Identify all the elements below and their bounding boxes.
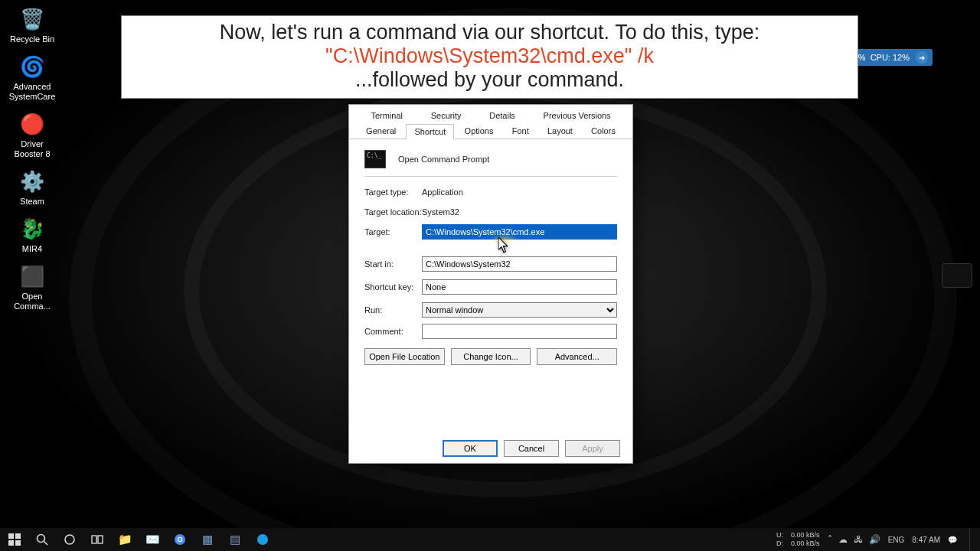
svg-point-11	[178, 538, 181, 541]
cortana-button[interactable]	[57, 528, 83, 551]
mail-button[interactable]: ✉️	[139, 528, 165, 551]
volume-icon[interactable]: 🔊	[869, 534, 880, 545]
cmd-icon: ⬛	[19, 263, 45, 289]
tab-shortcut[interactable]: Shortcut	[406, 124, 454, 139]
tab-general[interactable]: General	[358, 123, 404, 139]
desktop-icon-recycle-bin[interactable]: 🗑️ Recycle Bin	[5, 3, 60, 46]
network-icon[interactable]: 🖧	[854, 534, 863, 545]
cpu-widget-prefix: %	[858, 53, 866, 62]
desktop-icon-steam[interactable]: ⚙️ Steam	[5, 165, 60, 208]
comment-label: Comment:	[364, 327, 422, 336]
onedrive-icon[interactable]: ☁	[838, 534, 848, 545]
desktop-icon-label: Driver Booster 8	[6, 139, 58, 159]
tab-bar: Terminal Security Details Previous Versi…	[349, 105, 632, 139]
ok-button[interactable]: OK	[443, 440, 498, 457]
cpu-widget-label: CPU: 12%	[871, 53, 910, 62]
svg-rect-0	[8, 533, 14, 539]
battery-widget	[942, 263, 972, 288]
desktop-icon-label: MIR4	[6, 244, 58, 254]
file-explorer-button[interactable]: 📁	[112, 528, 138, 551]
tab-details[interactable]: Details	[481, 108, 524, 123]
svg-rect-2	[8, 540, 14, 546]
show-desktop-button[interactable]	[969, 528, 974, 551]
shortcut-properties-dialog: Terminal Security Details Previous Versi…	[348, 104, 633, 464]
task-view-button[interactable]	[84, 528, 110, 551]
overlay-line1: Now, let's run a command via our shortcu…	[131, 21, 848, 44]
target-type-label: Target type:	[364, 187, 422, 197]
svg-point-4	[38, 535, 45, 543]
target-type-value: Application	[422, 187, 617, 197]
recycle-bin-icon: 🗑️	[19, 6, 45, 32]
instruction-overlay: Now, let's run a command via our shortcu…	[121, 15, 858, 99]
target-location-value: System32	[422, 207, 617, 217]
cancel-button[interactable]: Cancel	[504, 440, 559, 457]
dialog-footer: OK Cancel Apply	[349, 440, 632, 457]
desktop-icon-open-command[interactable]: ⬛ Open Comma...	[5, 260, 60, 313]
desktop-icon-advanced-systemcare[interactable]: 🌀 Advanced SystemCare	[5, 51, 60, 103]
run-label: Run:	[364, 305, 422, 315]
tab-security[interactable]: Security	[423, 108, 470, 123]
desktop-icon-label: Open Comma...	[6, 292, 58, 311]
tab-terminal[interactable]: Terminal	[362, 108, 411, 123]
startin-label: Start in:	[364, 259, 422, 269]
svg-line-5	[44, 542, 48, 546]
app-button-2[interactable]: ▤	[222, 528, 248, 551]
network-rate: U: D:	[776, 531, 783, 548]
cpu-widget[interactable]: % CPU: 12% ➜	[851, 49, 933, 66]
taskbar: 📁 ✉️ ▦ ▤ U: D: 0.00 kB/s 0.00 kB/s ˄ ☁ 🖧…	[0, 528, 980, 551]
arrow-right-icon: ➜	[916, 51, 928, 64]
start-button[interactable]	[2, 528, 28, 551]
change-icon-button[interactable]: Change Icon...	[451, 348, 531, 365]
apply-button[interactable]: Apply	[565, 440, 620, 457]
clock[interactable]: 8:47 AM	[912, 536, 940, 544]
svg-rect-1	[15, 533, 21, 539]
shortcutkey-label: Shortcut key:	[364, 282, 422, 292]
startin-input[interactable]	[422, 256, 617, 272]
advanced-button[interactable]: Advanced...	[537, 348, 617, 365]
app-button[interactable]: ▦	[194, 528, 220, 551]
desktop-icon-driver-booster[interactable]: 🔴 Driver Booster 8	[5, 108, 60, 161]
edge-button[interactable]	[250, 528, 276, 551]
shortcut-name: Open Command Prompt	[398, 155, 489, 164]
overlay-line2: "C:\Windows\System32\cmd.exe" /k	[131, 44, 848, 68]
app-icon: 🐉	[19, 216, 45, 242]
cmd-icon	[364, 150, 386, 168]
overlay-line3: ...followed by your command.	[131, 68, 848, 92]
notifications-button[interactable]: 💬	[948, 536, 957, 544]
tab-font[interactable]: Font	[504, 123, 537, 139]
tray-icons[interactable]: ˄ ☁ 🖧 🔊	[828, 534, 880, 545]
target-label: Target:	[364, 227, 422, 236]
dialog-body: Open Command Prompt Target type: Applica…	[349, 139, 632, 370]
tab-previous-versions[interactable]: Previous Versions	[535, 108, 619, 123]
shortcutkey-input[interactable]	[422, 279, 617, 295]
search-button[interactable]	[29, 528, 55, 551]
desktop-icon-label: Steam	[6, 197, 58, 207]
tab-colors[interactable]: Colors	[583, 123, 624, 139]
chrome-button[interactable]	[167, 528, 193, 551]
target-location-label: Target location:	[364, 207, 422, 217]
desktop-icon-label: Recycle Bin	[6, 34, 58, 44]
app-icon: 🌀	[19, 54, 45, 80]
app-icon: ⚙️	[19, 168, 45, 194]
tab-options[interactable]: Options	[456, 123, 502, 139]
network-rate-values: 0.00 kB/s 0.00 kB/s	[791, 531, 820, 548]
desktop-icon-label: Advanced SystemCare	[6, 82, 58, 102]
svg-rect-3	[15, 540, 21, 546]
svg-rect-7	[92, 536, 96, 543]
desktop-icons-area: 🗑️ Recycle Bin 🌀 Advanced SystemCare 🔴 D…	[5, 3, 60, 318]
open-file-location-button[interactable]: Open File Location	[364, 348, 445, 365]
tab-layout[interactable]: Layout	[539, 123, 581, 139]
svg-point-12	[257, 534, 268, 545]
chevron-up-icon[interactable]: ˄	[828, 534, 832, 545]
desktop-icon-mir4[interactable]: 🐉 MIR4	[5, 213, 60, 256]
run-select[interactable]: Normal window	[422, 302, 617, 318]
comment-input[interactable]	[422, 324, 617, 339]
target-input[interactable]	[422, 224, 617, 240]
app-icon: 🔴	[19, 111, 45, 137]
svg-rect-8	[98, 536, 103, 543]
svg-point-6	[65, 535, 74, 544]
language-indicator[interactable]: ENG	[888, 536, 905, 544]
